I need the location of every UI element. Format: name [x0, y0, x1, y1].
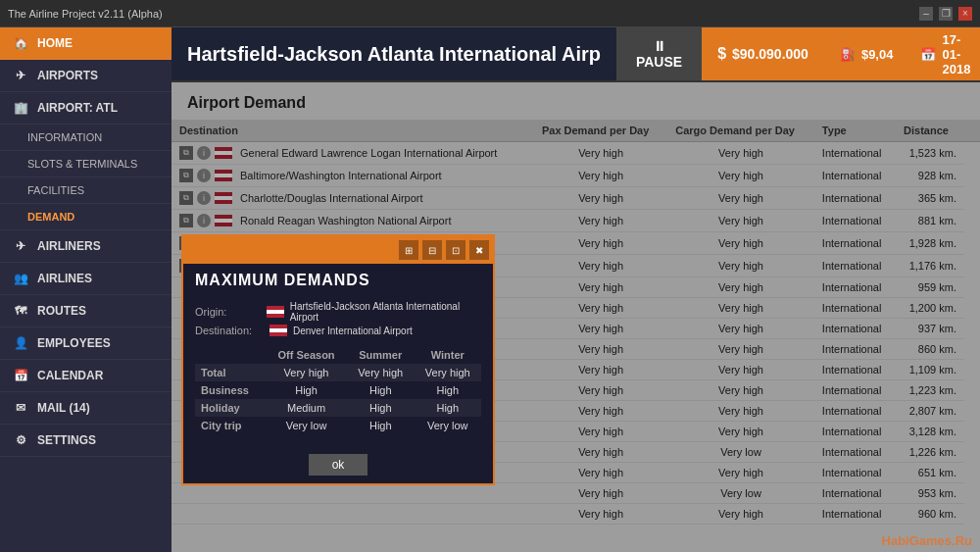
settings-icon: ⚙ — [12, 431, 29, 449]
dest-label: Destination: — [195, 325, 264, 336]
grid-col-label — [195, 346, 266, 364]
modal-title: MAXIMUM DEMANDS — [183, 264, 493, 293]
origin-label: Origin: — [195, 306, 261, 318]
watermark: HabiGames.Ru — [882, 533, 972, 548]
modal-footer: ok — [183, 446, 493, 483]
grid-row-value: Medium — [266, 399, 347, 417]
employees-icon: 👤 — [12, 334, 29, 352]
modal-tool-1[interactable]: ⊞ — [399, 240, 418, 260]
modal-tool-3[interactable]: ⊡ — [446, 240, 466, 260]
money-display: $ $90.090.000 — [702, 27, 824, 80]
fuel-display: ⛽ $9,04 — [824, 27, 909, 80]
grid-row-value: High — [266, 381, 347, 399]
grid-col-winter: Winter — [415, 346, 482, 364]
sidebar-item-airlines[interactable]: 👥 AIRLINES — [0, 263, 172, 295]
demand-grid: Off Season Summer Winter TotalVery highV… — [195, 346, 481, 434]
dest-flag — [270, 325, 287, 336]
grid-row-label: Business — [195, 381, 266, 399]
sidebar-item-mail[interactable]: ✉ MAIL (14) — [0, 392, 172, 425]
grid-row-value: Very low — [266, 417, 347, 434]
sidebar-item-airliners[interactable]: ✈ AIRLINERS — [0, 230, 172, 263]
fuel-icon: ⛽ — [840, 47, 856, 62]
sidebar-item-slots[interactable]: SLOTS & TERMINALS — [0, 151, 172, 177]
restore-button[interactable]: ❐ — [939, 7, 953, 21]
modal-tool-4[interactable]: ✖ — [469, 240, 489, 260]
sidebar-item-facilities[interactable]: FACILITIES — [0, 177, 172, 204]
airliners-icon: ✈ — [12, 237, 29, 255]
sidebar-item-airports[interactable]: ✈ AIRPORTS — [0, 60, 172, 92]
grid-row-value: Very high — [266, 364, 347, 381]
airports-icon: ✈ — [12, 67, 29, 84]
calendar-small-icon: 📅 — [920, 47, 936, 62]
sidebar-item-information[interactable]: INFORMATION — [0, 125, 172, 151]
pause-button[interactable]: ⏸ PAUSE — [616, 27, 702, 80]
modal-tool-2[interactable]: ⊟ — [422, 240, 442, 260]
sidebar-item-calendar[interactable]: 📅 CALENDAR — [0, 360, 172, 392]
demand-grid-header: Off Season Summer Winter — [195, 346, 481, 364]
grid-row-value: High — [347, 399, 414, 417]
window-chrome: The Airline Project v2.11 (Alpha) – ❐ × — [0, 0, 980, 27]
grid-row-label: Holiday — [195, 399, 266, 417]
grid-row-value: High — [415, 381, 482, 399]
grid-row-value: High — [347, 381, 414, 399]
origin-flag — [267, 306, 284, 318]
date-display: 📅 17-01-2018 — [908, 27, 980, 80]
close-button[interactable]: × — [958, 7, 972, 21]
sidebar-item-demand[interactable]: DEMAND — [0, 204, 172, 230]
grid-row-value: Very low — [415, 417, 482, 434]
modal-overlay: ⊞ ⊟ ⊡ ✖ MAXIMUM DEMANDS Origin: Hartsfie… — [172, 82, 980, 552]
demand-grid-row: TotalVery highVery highVery high — [195, 364, 481, 381]
ok-button[interactable]: ok — [309, 454, 368, 476]
calendar-icon: 📅 — [12, 367, 29, 384]
minimize-button[interactable]: – — [919, 7, 933, 21]
sidebar-item-airport-atl[interactable]: 🏢 AIRPORT: ATL — [0, 92, 172, 125]
sidebar-item-routes[interactable]: 🗺 ROUTES — [0, 295, 172, 327]
dollar-icon: $ — [717, 45, 726, 63]
airport-title: Hartsfield-Jackson Atlanta International… — [172, 27, 616, 80]
grid-row-value: Very high — [347, 364, 414, 381]
grid-row-value: High — [415, 399, 482, 417]
maximum-demands-modal: ⊞ ⊟ ⊡ ✖ MAXIMUM DEMANDS Origin: Hartsfie… — [181, 234, 495, 485]
modal-toolbar: ⊞ ⊟ ⊡ ✖ — [183, 236, 493, 264]
grid-col-summer: Summer — [347, 346, 414, 364]
sidebar-item-employees[interactable]: 👤 EMPLOYEES — [0, 327, 172, 360]
demand-grid-row: HolidayMediumHighHigh — [195, 399, 481, 417]
grid-row-value: Very high — [415, 364, 482, 381]
modal-dest-row: Destination: Denver International Airpor… — [195, 325, 481, 336]
content-area: Airport Demand Destination Pax Demand pe… — [172, 82, 980, 552]
building-icon: 🏢 — [12, 99, 29, 117]
grid-row-label: Total — [195, 364, 266, 381]
sidebar: 🏠 HOME ✈ AIRPORTS 🏢 AIRPORT: ATL INFORMA… — [0, 27, 172, 552]
main-content: Hartsfield-Jackson Atlanta International… — [172, 27, 980, 552]
window-title: The Airline Project v2.11 (Alpha) — [8, 8, 163, 20]
mail-icon: ✉ — [12, 399, 29, 417]
modal-body: Origin: Hartsfield-Jackson Atlanta Inter… — [183, 293, 493, 446]
sidebar-item-home[interactable]: 🏠 HOME — [0, 27, 172, 60]
grid-col-offseason: Off Season — [266, 346, 347, 364]
routes-icon: 🗺 — [12, 302, 29, 320]
dest-value: Denver International Airport — [293, 326, 413, 336]
demand-grid-row: BusinessHighHighHigh — [195, 381, 481, 399]
grid-row-value: High — [347, 417, 414, 434]
airlines-icon: 👥 — [12, 270, 29, 287]
top-bar: Hartsfield-Jackson Atlanta International… — [172, 27, 980, 82]
top-bar-controls: ⏸ PAUSE $ $90.090.000 ⛽ $9,04 📅 17-01-20… — [616, 27, 980, 80]
modal-origin-row: Origin: Hartsfield-Jackson Atlanta Inter… — [195, 301, 481, 323]
app-container: 🏠 HOME ✈ AIRPORTS 🏢 AIRPORT: ATL INFORMA… — [0, 27, 980, 552]
origin-value: Hartsfield-Jackson Atlanta International… — [290, 301, 481, 323]
demand-grid-row: City tripVery lowHighVery low — [195, 417, 481, 434]
sidebar-item-settings[interactable]: ⚙ SETTINGS — [0, 425, 172, 457]
grid-row-label: City trip — [195, 417, 266, 434]
window-controls: – ❐ × — [919, 7, 972, 21]
home-icon: 🏠 — [12, 34, 29, 52]
